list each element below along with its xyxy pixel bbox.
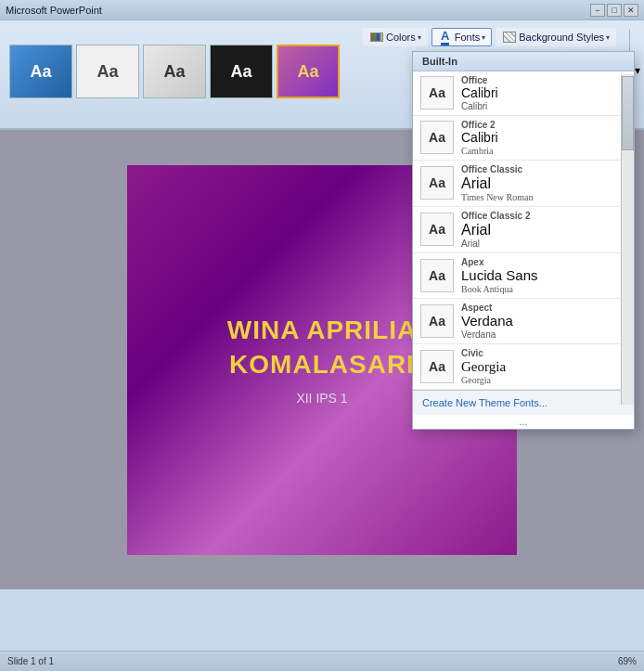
theme-thumbnail-1[interactable]: Aa — [9, 45, 72, 98]
font-preview-office: Aa — [420, 76, 454, 110]
background-styles-icon — [502, 31, 517, 44]
theme-thumbnail-3[interactable]: Aa — [143, 45, 206, 98]
theme-thumbnail-4[interactable]: Aa — [210, 45, 273, 98]
bg-swatch — [503, 32, 516, 43]
font-main-office2: Calibri — [461, 130, 498, 146]
font-main-office-classic: Arial — [461, 174, 533, 192]
font-set-name-office2: Office 2 — [461, 120, 498, 130]
font-preview-apex: Aa — [420, 259, 454, 292]
slide-title-line2: KOMALASARI — [229, 350, 415, 379]
font-set-name-aspect: Aspect — [461, 303, 513, 313]
colors-icon — [369, 31, 384, 44]
font-details-office-classic2: Office Classic 2 Arial Arial — [461, 211, 530, 249]
theme-label-1: Aa — [30, 62, 51, 82]
theme-thumbnail-2[interactable]: Aa — [76, 45, 139, 98]
font-details-apex: Apex Lucida Sans Book Antiqua — [461, 257, 538, 294]
font-set-name-office-classic2: Office Classic 2 — [461, 211, 530, 221]
font-sub-office-classic: Times New Roman — [461, 192, 533, 202]
fonts-dropdown-arrow: ▾ — [482, 33, 485, 42]
font-preview-civic: Aa — [420, 350, 454, 383]
font-main-civic: Georgia — [461, 358, 506, 375]
background-styles-button[interactable]: Background Styles ▾ — [496, 28, 616, 46]
font-details-office: Office Calibri Calibri — [461, 75, 498, 111]
slide-title: WINA APRILIA KOMALASARI — [227, 314, 417, 381]
font-sub-aspect: Verdana — [461, 329, 513, 340]
dropdown-footer: Create New Theme Fonts... — [413, 390, 634, 415]
theme-label-2: Aa — [97, 62, 118, 82]
background-styles-label: Background Styles — [519, 32, 604, 43]
bg-dropdown-arrow: ▾ — [606, 33, 610, 42]
fonts-label: Fonts — [455, 32, 481, 43]
fonts-icon: A — [438, 31, 453, 44]
font-sub-office-classic2: Arial — [461, 239, 530, 249]
colors-label: Colors — [386, 32, 416, 43]
fonts-scrollbar[interactable] — [621, 74, 634, 405]
font-item-civic[interactable]: Aa Civic Georgia Georgia — [413, 344, 634, 390]
fonts-dropdown: Built-In Aa Office Calibri Calibri Aa Of… — [412, 51, 635, 430]
close-button[interactable]: ✕ — [624, 4, 638, 17]
font-set-name-civic: Civic — [461, 348, 506, 358]
font-item-apex[interactable]: Aa Apex Lucida Sans Book Antiqua — [413, 253, 634, 299]
font-set-name-office-classic: Office Classic — [461, 164, 533, 174]
fonts-a-icon: A — [441, 29, 449, 45]
font-main-office-classic2: Arial — [461, 221, 530, 239]
fonts-dropdown-header: Built-In — [413, 52, 634, 71]
font-details-office-classic: Office Classic Arial Times New Roman — [461, 164, 533, 202]
title-bar: Microsoft PowerPoint − □ ✕ — [0, 0, 644, 20]
create-new-theme-fonts-link[interactable]: Create New Theme Fonts... — [422, 397, 547, 408]
window-controls: − □ ✕ — [590, 4, 638, 17]
minimize-button[interactable]: − — [590, 4, 605, 17]
theme-label-5: Aa — [297, 62, 318, 82]
font-set-name-office: Office — [461, 75, 498, 85]
scrollbar-thumb[interactable] — [622, 76, 634, 150]
theme-label-3: Aa — [163, 62, 185, 82]
status-bar: Slide 1 of 1 69% — [0, 651, 644, 671]
font-item-aspect[interactable]: Aa Aspect Verdana Verdana — [413, 299, 634, 344]
font-item-office2[interactable]: Aa Office 2 Calibri Cambria — [413, 116, 634, 161]
font-main-apex: Lucida Sans — [461, 267, 538, 284]
font-sub-office: Calibri — [461, 101, 498, 111]
slide-title-line1: WINA APRILIA — [227, 316, 417, 344]
app-title: Microsoft PowerPoint — [6, 5, 102, 16]
font-main-office: Calibri — [461, 85, 498, 101]
font-preview-aspect: Aa — [420, 304, 454, 338]
font-item-office[interactable]: Aa Office Calibri Calibri — [413, 71, 634, 116]
ribbon-toolbar: Colors ▾ A Fonts ▾ Background Styles ▾ — [363, 28, 616, 46]
font-sub-office2: Cambria — [461, 146, 498, 156]
theme-thumbnail-5[interactable]: Aa — [277, 45, 340, 98]
font-sub-apex: Book Antiqua — [461, 284, 538, 294]
colors-swatch — [370, 32, 383, 42]
font-preview-office2: Aa — [420, 121, 454, 154]
status-right: 69% — [618, 656, 637, 666]
zoom-level: 69% — [618, 656, 637, 666]
slide-subtitle: XII IPS 1 — [296, 391, 347, 406]
font-details-aspect: Aspect Verdana Verdana — [461, 303, 513, 340]
font-item-office-classic[interactable]: Aa Office Classic Arial Times New Roman — [413, 161, 634, 207]
theme-label-4: Aa — [230, 62, 251, 82]
more-dots: ... — [413, 415, 634, 429]
font-details-office2: Office 2 Calibri Cambria — [461, 120, 498, 156]
font-item-office-classic2[interactable]: Aa Office Classic 2 Arial Arial — [413, 207, 634, 253]
maximize-button[interactable]: □ — [607, 4, 622, 17]
fonts-button[interactable]: A Fonts ▾ — [431, 28, 493, 46]
font-preview-office-classic2: Aa — [420, 213, 454, 246]
font-preview-office-classic: Aa — [420, 166, 454, 200]
font-main-aspect: Verdana — [461, 313, 513, 329]
font-details-civic: Civic Georgia Georgia — [461, 348, 506, 385]
colors-button[interactable]: Colors ▾ — [363, 28, 428, 46]
font-sub-civic: Georgia — [461, 375, 506, 385]
colors-dropdown-arrow: ▾ — [418, 33, 421, 42]
slide-info: Slide 1 of 1 — [7, 656, 54, 666]
font-set-name-apex: Apex — [461, 257, 538, 267]
